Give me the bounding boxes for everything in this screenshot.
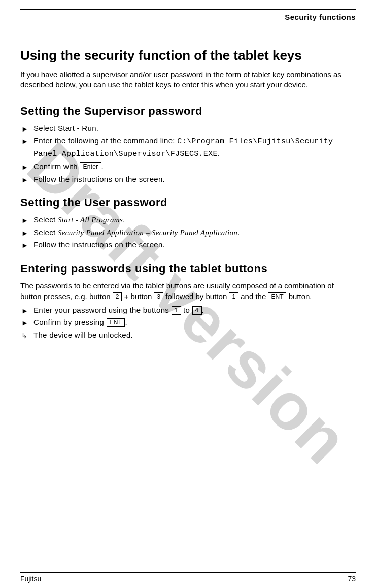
key-2: 2 [113, 292, 122, 301]
section2-step1: ► Select Start - All Programs. [20, 214, 356, 226]
header-section-title: Security functions [20, 13, 356, 21]
section2-step2: ► Select Security Panel Application – Se… [20, 227, 356, 239]
footer-rule [20, 572, 356, 573]
para-part: + button [122, 292, 154, 301]
bullet-icon: ► [21, 175, 28, 185]
section1-step3: ► Confirm with Enter. [20, 161, 356, 173]
enter-key: Enter [80, 162, 101, 171]
step-text-prefix: Enter your password using the buttons [33, 306, 172, 314]
step-text-suffix: . [123, 215, 125, 224]
footer-brand: Fujitsu [20, 575, 41, 583]
header-rule [20, 9, 356, 10]
step-text-prefix: Select [33, 215, 58, 224]
para-part: followed by button [163, 292, 229, 301]
section1-heading: Setting the Supervisor password [20, 105, 356, 118]
section2-heading: Setting the User password [20, 196, 356, 209]
section1-step4: ► Follow the instructions on the screen. [20, 174, 356, 185]
key-ent: ENT [268, 292, 286, 301]
bullet-icon: ► [21, 318, 28, 329]
section3-step1: ► Enter your password using the buttons … [20, 305, 356, 316]
page-content: Using the security function of the table… [20, 48, 356, 341]
menu-path: Start - All Programs [58, 216, 123, 224]
key-4: 4 [192, 306, 202, 315]
section3-result: ↳ The device will be unlocked. [20, 330, 356, 341]
bullet-icon: ► [21, 215, 28, 226]
footer-page-number: 73 [348, 575, 356, 583]
step-text-suffix: . [218, 149, 220, 157]
step-text: Select Start - Run. [33, 124, 98, 133]
section2-step3: ► Follow the instructions on the screen. [20, 239, 356, 251]
bullet-icon: ► [21, 306, 28, 316]
para-part: button. [286, 292, 312, 301]
step-text-suffix: . [237, 228, 240, 237]
section1-step2: ► Enter the following at the command lin… [20, 135, 356, 160]
section3-steps: ► Enter your password using the buttons … [20, 305, 356, 341]
section3-heading: Entering passwords using the tablet butt… [20, 262, 356, 275]
section1-steps: ► Select Start - Run. ► Enter the follow… [20, 123, 356, 185]
bullet-icon: ► [21, 162, 28, 173]
bullet-icon: ► [21, 124, 28, 135]
step-text-suffix: . [101, 162, 104, 171]
section3-paragraph: The passwords to be entered via the tabl… [20, 280, 356, 302]
menu-path: Security Panel Application – Security Pa… [58, 228, 237, 237]
key-1: 1 [172, 306, 181, 315]
step-text-mid: to [181, 306, 192, 314]
section3-step2: ► Confirm by pressing ENT. [20, 317, 356, 329]
result-text: The device will be unlocked. [33, 331, 133, 339]
bullet-icon: ► [21, 136, 28, 147]
para-part: and the [238, 292, 268, 301]
step-text-prefix: Enter the following at the command line: [33, 136, 177, 145]
step-text: Follow the instructions on the screen. [33, 175, 165, 183]
step-text-suffix: . [125, 318, 127, 326]
page-footer: Fujitsu 73 [20, 572, 356, 583]
intro-paragraph: If you have allotted a supervisor and/or… [20, 70, 356, 90]
step-text-prefix: Confirm by pressing [33, 318, 107, 326]
key-1: 1 [229, 292, 238, 301]
key-3: 3 [154, 292, 163, 301]
step-text-prefix: Confirm with [33, 162, 80, 171]
page-heading: Using the security function of the table… [20, 48, 356, 63]
result-arrow-icon: ↳ [21, 331, 27, 341]
bullet-icon: ► [21, 240, 28, 251]
section1-step1: ► Select Start - Run. [20, 123, 356, 135]
section2-steps: ► Select Start - All Programs. ► Select … [20, 214, 356, 251]
step-text-suffix: . [202, 306, 204, 314]
key-ent: ENT [107, 318, 125, 327]
step-text: Follow the instructions on the screen. [33, 240, 165, 249]
step-text-prefix: Select [33, 228, 58, 237]
bullet-icon: ► [21, 228, 28, 239]
